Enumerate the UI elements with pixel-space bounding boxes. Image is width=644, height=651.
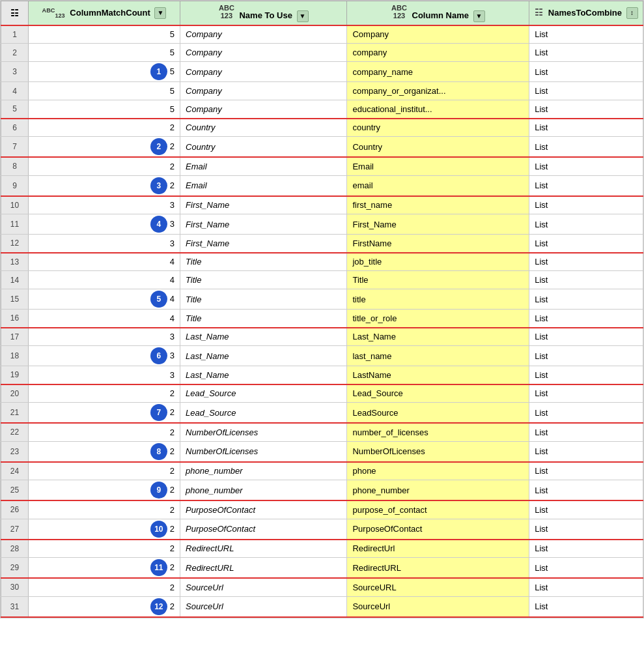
match-count-cell: 15	[28, 62, 180, 82]
names-combine-cell: List	[529, 310, 643, 328]
match-count-value: 4	[170, 294, 175, 304]
name-to-use-cell: Company	[180, 44, 347, 62]
column-name-cell: company	[347, 44, 529, 62]
match-count-value: 2	[170, 466, 175, 476]
column-name-cell: email	[347, 175, 529, 196]
row-number-cell: 18	[1, 346, 29, 366]
row-number-cell: 14	[1, 271, 29, 289]
match-count-cell: 102	[28, 519, 180, 540]
table-row: 2382NumberOfLicensesNumberOfLicensesList	[1, 441, 643, 462]
name-to-use-cell: Last_Name	[180, 366, 347, 384]
group-badge: 1	[150, 63, 167, 80]
name-to-use-cell: Company	[180, 100, 347, 119]
match-count-cell: 5	[28, 44, 180, 62]
table-row: 31122SourceUrlSourceUrlList	[1, 596, 643, 617]
table-row: 164Titletitle_or_roleList	[1, 310, 643, 328]
table-row: 173Last_NameLast_NameList	[1, 328, 643, 346]
column-name-cell: Company	[347, 25, 529, 44]
names-combine-cell: List	[529, 500, 643, 519]
name-to-use-cell: Title	[180, 253, 347, 271]
match-count-cell: 2	[28, 462, 180, 480]
name-to-use-cell: Country	[180, 137, 347, 158]
match-count-value: 3	[170, 370, 175, 380]
name-to-use-sort-btn[interactable]: ▼	[297, 10, 309, 22]
match-count-header[interactable]: ABC123 ColumnMatchCount ▼	[28, 1, 180, 25]
row-number-cell: 13	[1, 253, 29, 271]
name-to-use-cell: PurposeOfContact	[180, 500, 347, 519]
match-count-value: 3	[170, 239, 175, 248]
column-name-cell: PurposeOfContact	[347, 519, 529, 540]
row-number-cell: 15	[1, 289, 29, 310]
row-number-cell: 28	[1, 540, 29, 558]
names-combine-header[interactable]: ☷ NamesToCombine ↕	[529, 1, 643, 25]
table-row: 315Companycompany_nameList	[1, 62, 643, 82]
match-count-cell: 4	[28, 271, 180, 289]
match-count-value: 2	[170, 123, 175, 132]
names-combine-cell: List	[529, 196, 643, 214]
column-name-cell: LeadSource	[347, 403, 529, 424]
names-combine-cell: List	[529, 480, 643, 501]
match-count-value: 2	[170, 407, 175, 417]
names-combine-cell: List	[529, 271, 643, 289]
row-number-cell: 20	[1, 384, 29, 403]
column-name-header[interactable]: ABC123 Column Name ▼	[347, 1, 529, 25]
table-row: 103First_Namefirst_nameList	[1, 196, 643, 214]
row-number-cell: 27	[1, 519, 29, 540]
column-name-cell: title	[347, 289, 529, 310]
match-count-value: 3	[170, 332, 175, 341]
row-number-cell: 10	[1, 196, 29, 214]
match-count-cell: 2	[28, 540, 180, 558]
match-count-cell: 22	[28, 137, 180, 158]
group-badge: 7	[150, 404, 167, 421]
match-count-value: 2	[170, 162, 175, 171]
column-name-cell: RedirectUrl	[347, 540, 529, 558]
names-combine-cell: List	[529, 596, 643, 617]
row-number-cell: 16	[1, 310, 29, 328]
match-count-value: 2	[170, 583, 175, 592]
name-to-use-cell: PurposeOfContact	[180, 519, 347, 540]
names-combine-cell: List	[529, 328, 643, 346]
column-name-sort-btn[interactable]: ▼	[473, 10, 485, 22]
name-to-use-cell: RedirectURL	[180, 540, 347, 558]
name-to-use-cell: Company	[180, 82, 347, 100]
table-body: 15CompanyCompanyList25CompanycompanyList…	[1, 25, 643, 617]
name-to-use-cell: NumberOfLicenses	[180, 423, 347, 441]
match-count-cell: 2	[28, 578, 180, 596]
name-to-use-header[interactable]: ABC123 Name To Use ▼	[180, 1, 347, 25]
name-to-use-cell: Company	[180, 62, 347, 82]
match-count-cell: 32	[28, 175, 180, 196]
name-to-use-cell: Lead_Source	[180, 384, 347, 403]
match-count-value: 2	[170, 543, 175, 553]
abc-icon-2: ABC123	[391, 4, 407, 20]
match-count-value: 2	[170, 388, 175, 398]
group-badge: 6	[150, 347, 167, 364]
match-count-value: 4	[170, 313, 175, 323]
row-number-cell: 8	[1, 157, 29, 175]
group-badge: 4	[150, 216, 167, 233]
grid-icon-2: ☷	[535, 7, 543, 18]
column-name-cell: NumberOfLicenses	[347, 441, 529, 462]
match-count-value: 3	[170, 200, 175, 210]
table-row: 134Titlejob_titleList	[1, 253, 643, 271]
row-number-cell: 19	[1, 366, 29, 384]
row-number-cell: 12	[1, 235, 29, 253]
row-number-cell: 1	[1, 25, 29, 44]
name-to-use-cell: Last_Name	[180, 346, 347, 366]
names-combine-cell: List	[529, 441, 643, 462]
names-combine-cell: List	[529, 558, 643, 579]
column-name-cell: First_Name	[347, 214, 529, 235]
table-row: 282RedirectURLRedirectUrlList	[1, 540, 643, 558]
table-row: 25CompanycompanyList	[1, 44, 643, 62]
names-combine-sort-btn[interactable]: ↕	[626, 7, 638, 19]
column-name-cell: SourceUrl	[347, 596, 529, 617]
name-to-use-header-label: Name To Use	[239, 10, 292, 20]
names-combine-cell: List	[529, 44, 643, 62]
table-row: 722CountryCountryList	[1, 137, 643, 158]
column-name-cell: company_name	[347, 62, 529, 82]
match-count-value: 2	[170, 427, 175, 437]
row-number-cell: 11	[1, 214, 29, 235]
match-count-sort-btn[interactable]: ▼	[154, 7, 166, 19]
table-row: 82EmailEmailList	[1, 157, 643, 175]
column-name-cell: company_or_organizat...	[347, 82, 529, 100]
table-row: 242phone_numberphoneList	[1, 462, 643, 480]
